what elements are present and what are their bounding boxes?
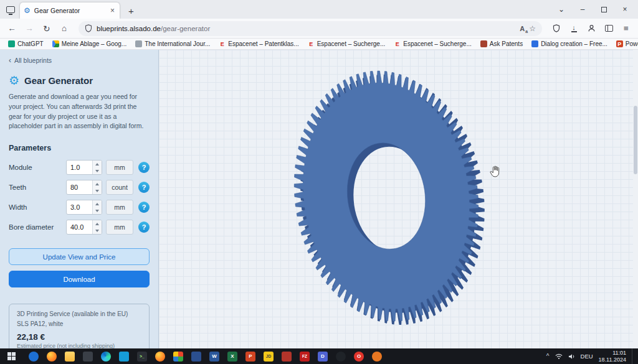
protections-shield-icon[interactable]: [548, 21, 564, 36]
search-icon[interactable]: [29, 352, 39, 362]
terminal-icon[interactable]: >_: [137, 352, 147, 362]
gear-3d-viewport[interactable]: [159, 50, 638, 348]
printing-service-title: 3D Printing Service (available in the EU…: [17, 310, 141, 317]
downloads-icon[interactable]: ↓: [566, 21, 582, 36]
new-tab-button[interactable]: +: [125, 6, 138, 16]
windows-logo-icon: [7, 352, 16, 360]
github-icon[interactable]: [336, 352, 346, 362]
bookmark-item[interactable]: ChatGPT: [5, 39, 47, 49]
bookmark-item[interactable]: EEspacenet – Patentklas...: [216, 39, 302, 49]
estimated-price: 22,18 €: [17, 332, 141, 342]
hand-cursor: [490, 166, 500, 180]
shield-icon[interactable]: [85, 24, 92, 32]
tab-close-icon[interactable]: ×: [109, 6, 116, 15]
gear-render: [159, 50, 638, 348]
close-button[interactable]: ×: [614, 1, 636, 17]
tab-list-chevron-icon[interactable]: ⌄: [551, 1, 572, 17]
clock-date: 18.11.2024: [599, 357, 626, 363]
vscode-icon[interactable]: [119, 352, 129, 362]
file-explorer-icon[interactable]: [65, 352, 75, 362]
teeth-input[interactable]: 80: [66, 180, 102, 195]
firefox-icon[interactable]: [47, 352, 57, 362]
title-bar: ⚙ Gear Generator × + ⌄ – ×: [0, 0, 638, 19]
bore-diameter-input[interactable]: 40.0: [66, 220, 102, 235]
firefox-pinned-icon[interactable]: [155, 352, 165, 362]
tab-favicon-gear-icon: ⚙: [24, 7, 31, 14]
sidebar-toggle-icon[interactable]: [601, 21, 617, 36]
module-input[interactable]: 1.0: [66, 160, 102, 175]
module-stepper[interactable]: [92, 161, 102, 174]
bookmark-favicon: E: [219, 40, 226, 47]
taskbar-clock[interactable]: 11:01 18.11.2024: [599, 350, 626, 363]
account-icon[interactable]: [583, 21, 599, 36]
powerpoint-icon[interactable]: P: [245, 352, 255, 362]
download-button[interactable]: Download: [9, 271, 150, 287]
bookmark-item[interactable]: The International Jour...: [132, 39, 213, 49]
browser-tab[interactable]: ⚙ Gear Generator ×: [20, 2, 120, 19]
edge-icon[interactable]: [101, 352, 111, 362]
keyboard-language[interactable]: DEU: [581, 353, 593, 360]
update-view-button[interactable]: Update View and Price: [9, 248, 150, 265]
help-icon[interactable]: ?: [138, 182, 150, 193]
start-button[interactable]: [0, 348, 22, 364]
taskbar-icons: >_WXPJDFZDO: [29, 352, 382, 362]
url-text: blueprints.alsado.de/gear-generator: [97, 25, 515, 32]
scrollbar-thumb[interactable]: [634, 106, 637, 174]
browser-window: ⚙ Gear Generator × + ⌄ – × ← → ↻ ⌂ bluep…: [0, 0, 638, 364]
jdownloader-icon[interactable]: JD: [264, 352, 274, 362]
width-stepper[interactable]: [92, 200, 102, 214]
window-controls: ⌄ – ×: [551, 1, 636, 17]
filezilla-icon[interactable]: FZ: [300, 352, 310, 362]
app-blue-icon[interactable]: [191, 352, 201, 362]
teeth-stepper[interactable]: [92, 180, 102, 194]
bookmark-item[interactable]: PPowerPoint-Präsentati...: [613, 39, 638, 49]
bookmark-favicon: [52, 40, 59, 47]
minimize-button[interactable]: –: [572, 1, 593, 17]
bore-diameter-stepper[interactable]: [92, 220, 102, 234]
home-button[interactable]: ⌂: [56, 21, 72, 36]
width-input[interactable]: 3.0: [66, 200, 102, 215]
vertical-scrollbar[interactable]: [633, 50, 638, 348]
speaker-icon[interactable]: [568, 353, 575, 360]
word-icon[interactable]: W: [209, 352, 219, 362]
app-dark-icon[interactable]: [83, 352, 93, 362]
help-icon[interactable]: ?: [138, 222, 150, 233]
opera-icon[interactable]: O: [354, 352, 364, 362]
gear-logo-icon: ⚙: [9, 75, 19, 86]
app-orange-icon[interactable]: [372, 352, 382, 362]
bookmark-item[interactable]: EEspacenet – Sucherge...: [305, 39, 389, 49]
bookmarks-bar: ChatGPT Meine Ablage – Goog... The Inter…: [0, 39, 638, 50]
maximize-button[interactable]: [593, 1, 614, 17]
translate-icon[interactable]: Aa: [520, 25, 525, 32]
app-red-icon[interactable]: [282, 352, 292, 362]
back-to-blueprints-link[interactable]: ‹ All blueprints: [9, 56, 150, 65]
help-icon[interactable]: ?: [138, 162, 150, 173]
address-bar[interactable]: blueprints.alsado.de/gear-generator Aa ☆: [79, 21, 542, 36]
parameter-row-teeth: Teeth 80 count ?: [9, 180, 150, 195]
back-button[interactable]: ←: [4, 21, 20, 36]
office-hub-icon[interactable]: [173, 352, 183, 362]
bookmark-star-icon[interactable]: ☆: [529, 24, 536, 33]
sidebar: ‹ All blueprints ⚙ Gear Generator Genera…: [0, 50, 159, 348]
windows-taskbar: >_WXPJDFZDO ^ DEU 11:01 18.11.2024: [0, 348, 638, 364]
app-title-row: ⚙ Gear Generator: [9, 75, 150, 86]
bookmark-item[interactable]: Dialog creation – Free...: [528, 39, 611, 49]
bookmark-item[interactable]: Meine Ablage – Goog...: [49, 39, 130, 49]
reload-button[interactable]: ↻: [39, 21, 55, 36]
parameter-label: Bore diameter: [9, 223, 66, 231]
bookmark-favicon: [480, 40, 487, 47]
bookmark-item[interactable]: EEspacenet – Sucherge...: [391, 39, 475, 49]
help-icon[interactable]: ?: [138, 202, 150, 213]
clock-time: 11:01: [612, 350, 626, 356]
network-icon[interactable]: [555, 353, 563, 360]
show-desktop-strip[interactable]: [632, 348, 634, 364]
hidden-icons-chevron[interactable]: ^: [546, 353, 550, 360]
url-path: /gear-generator: [161, 25, 210, 32]
unit-box: mm: [106, 220, 133, 235]
app-indigo-icon[interactable]: D: [318, 352, 328, 362]
bookmark-item[interactable]: Ask Patents: [477, 39, 526, 49]
excel-icon[interactable]: X: [227, 352, 237, 362]
forward-button[interactable]: →: [21, 21, 37, 36]
menu-hamburger-icon[interactable]: ≡: [618, 21, 634, 36]
parameter-row-module: Module 1.0 mm ?: [9, 160, 150, 175]
